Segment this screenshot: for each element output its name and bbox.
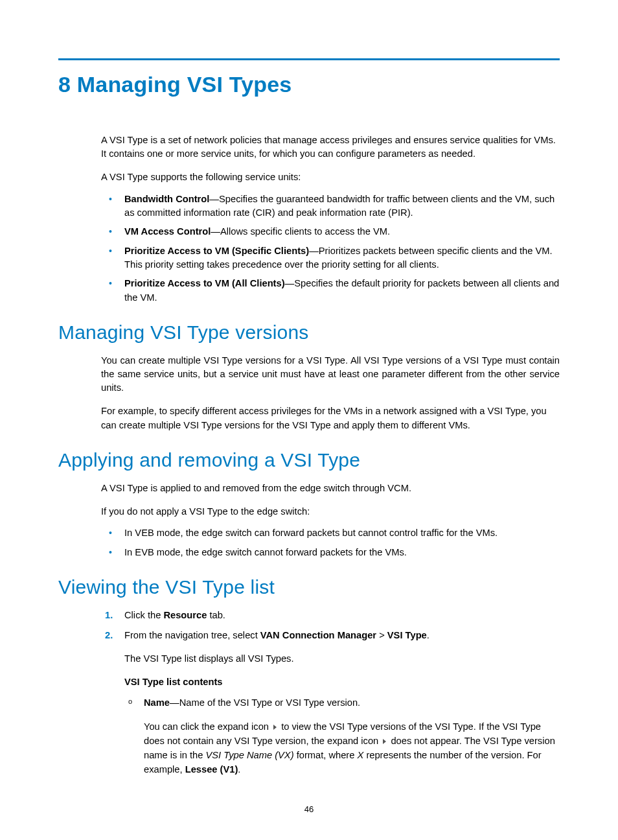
chapter-title: 8 Managing VSI Types <box>58 72 560 97</box>
service-unit-item: Prioritize Access to VM (Specific Client… <box>101 244 560 272</box>
section-title-view: Viewing the VSI Type list <box>58 576 560 598</box>
service-unit-item: Bandwidth Control—Specifies the guarante… <box>101 192 560 220</box>
intro-paragraph-2: A VSI Type supports the following servic… <box>101 170 560 184</box>
apply-bullet-item: In EVB mode, the edge switch cannot forw… <box>101 546 560 559</box>
apply-p2: If you do not apply a VSI Type to the ed… <box>101 505 560 519</box>
contents-subtext: You can click the expand icon to view th… <box>144 719 560 776</box>
section-title-apply: Applying and removing a VSI Type <box>58 449 560 471</box>
step-item: From the navigation tree, select VAN Con… <box>101 629 560 642</box>
service-unit-list: Bandwidth Control—Specifies the guarante… <box>101 192 560 305</box>
intro-paragraph-1: A VSI Type is a set of network policies … <box>101 134 560 161</box>
top-rule <box>58 58 560 60</box>
expand-icon <box>273 725 277 730</box>
versions-p2: For example, to specify different access… <box>101 404 560 432</box>
apply-bullet-item: In VEB mode, the edge switch can forward… <box>101 526 560 540</box>
contents-list: Name—Name of the VSI Type or VSI Type ve… <box>124 696 560 710</box>
expand-icon <box>383 739 386 744</box>
apply-bullets: In VEB mode, the edge switch can forward… <box>101 526 560 559</box>
step-subtext: The VSI Type list displays all VSI Types… <box>124 652 560 666</box>
contents-item: Name—Name of the VSI Type or VSI Type ve… <box>124 696 560 710</box>
service-unit-item: Prioritize Access to VM (All Clients)—Sp… <box>101 277 560 305</box>
apply-p1: A VSI Type is applied to and removed fro… <box>101 482 560 495</box>
page-number: 46 <box>0 804 618 814</box>
list-contents-heading: VSI Type list contents <box>124 675 560 689</box>
step-item: Click the Resource tab. <box>101 609 560 622</box>
steps-list: Click the Resource tab. From the navigat… <box>101 609 560 643</box>
section-title-versions: Managing VSI Type versions <box>58 321 560 344</box>
service-unit-item: VM Access Control—Allows specific client… <box>101 225 560 239</box>
versions-p1: You can create multiple VSI Type version… <box>101 354 560 395</box>
